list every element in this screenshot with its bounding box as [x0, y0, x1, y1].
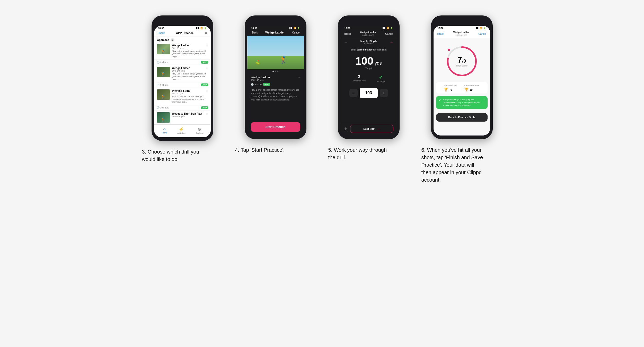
detail-range-4: 100-140 yds [251, 79, 270, 81]
nav-back-6[interactable]: ‹ Back [437, 32, 444, 35]
next-shot-button[interactable]: Next Shot → [350, 125, 393, 133]
drill-name-1: Wedge Ladder [172, 44, 190, 47]
toast-text: 'Wedge Ladder (100-140 yds)' was created… [443, 98, 481, 107]
drill-thumb-2: 🏌️ [157, 67, 170, 77]
trash-icon[interactable]: 🗑 [344, 127, 348, 131]
drill-range-4: 100-140 yds [172, 115, 202, 118]
drill-desc-2: Play 1 shot at each target yardage. If y… [172, 73, 208, 81]
star-icon-2[interactable]: ☆ [206, 67, 208, 70]
score-circle: 7/9 Total Score [445, 45, 479, 78]
phone-screen-5: 13:03 ▋▋ 📶 🔋 ‹ Back Wedge Ladder [340, 26, 397, 136]
nav-activities[interactable]: ⚡ Activities [177, 127, 186, 134]
status-bar-3: 13:02 ▋▋ 📶 🔋 [154, 26, 211, 30]
drill-thumb-1: 🏌️ [157, 44, 170, 54]
time-3: 13:02 [158, 27, 164, 29]
star-icon-detail[interactable]: ☆ [298, 76, 300, 79]
step6-description: 6. When you've hit all your shots, tap '… [421, 146, 483, 184]
star-icon-3[interactable]: ☆ [206, 89, 208, 92]
nav-action-4[interactable]: Cancel [292, 31, 300, 34]
success-toast: ✓ 'Wedge Ladder (100-140 yds)' was creat… [436, 96, 488, 109]
drill-play-screen: ← Shot 1, 100 yds Score 5/9 → Enter carr… [340, 38, 397, 136]
signal-icon-4: ▋▋ [289, 27, 293, 29]
shot-nav: ← Shot 1, 100 yds Score 5/9 → [340, 38, 397, 46]
prev-shot-arrow[interactable]: ← [344, 40, 348, 45]
nav-title-4: Wedge Ladder [265, 31, 285, 34]
nav-bar-5: ‹ Back Wedge Ladder 06 Mar 2023 Cancel [340, 30, 397, 38]
time-5: 13:03 [345, 27, 350, 29]
clock-icon-2: 🕐 [157, 84, 160, 86]
phone-4: 13:02 ▋▋ 📶 🔋 ‹ Back Wedge Ladder Cancel [245, 15, 306, 139]
toast-close-button[interactable]: ✕ [483, 98, 485, 101]
trophy-icon-1: 🏆 [444, 88, 448, 91]
nav-action-6[interactable]: Cancel [478, 32, 486, 35]
section-header-3: Approach 7 [154, 37, 211, 43]
time-4: 13:02 [251, 27, 257, 29]
drill-item-4[interactable]: 🏌️ Wedge & Short Iron Play 100-140 yds ☆ [154, 111, 211, 124]
nav-back-4[interactable]: ‹ Back [251, 31, 258, 34]
nav-action-5[interactable]: Cancel [385, 32, 393, 35]
nav-back-5[interactable]: ‹ Back [344, 32, 351, 35]
clock-icon-1: 🕐 [157, 61, 160, 64]
trophy-icon-2: 🏆 [464, 88, 469, 91]
nav-back-3[interactable]: ‹ Back [158, 32, 165, 35]
carry-instruction: Enter carry distance for each shot [340, 46, 397, 52]
chevron-left-icon-6: ‹ [437, 32, 438, 35]
activities-icon: ⚡ [179, 127, 184, 132]
wifi-icon-6: 📶 [480, 27, 482, 29]
step3-container: 13:02 ▋▋ 📶 🔋 ‹ Back APP Practice ≡ [142, 15, 223, 163]
drill-item-2[interactable]: 🏌️ Wedge Ladder 100-140 yds ☆ Play 1 sho… [154, 65, 211, 88]
phone-screen-4: 13:02 ▋▋ 📶 🔋 ‹ Back Wedge Ladder Cancel [247, 26, 304, 136]
nav-title-3: APP Practice [176, 31, 193, 35]
signal-icon-6: ▋▋ [476, 27, 479, 29]
nav-capture[interactable]: ⊕ Capture [196, 127, 203, 134]
star-icon-1[interactable]: ☆ [206, 44, 208, 47]
nav-home[interactable]: ⌂ Home [162, 127, 167, 134]
score-circle-text: 7/9 Total Score [456, 56, 467, 67]
stats-row: 3 Difference (yds) ✓ Hit Target [340, 72, 397, 85]
back-to-drills-button[interactable]: Back to Practice Drills [436, 113, 488, 122]
detail-card-4: Wedge Ladder 100-140 yds ☆ 🕐 9 shots APP… [247, 73, 304, 120]
stat-difference: 3 Difference (yds) [352, 74, 366, 83]
distance-input[interactable]: 103 [360, 88, 378, 98]
phone-notch-6 [452, 19, 472, 24]
star-icon-4[interactable]: ☆ [206, 112, 208, 115]
drill-item-1[interactable]: 🏌️ Wedge Ladder 50-100 yds ☆ Play 1 shot… [154, 43, 211, 65]
nav-action-3[interactable]: ≡ [205, 31, 207, 35]
golfer-icon-2: 🏌️ [161, 72, 166, 77]
drill-item-3[interactable]: 🏌️ Pitching String 55-100 yds ☆ Hit 1 sh… [154, 88, 211, 111]
phone-6: 13:03 ▋▋ 📶 🔋 ‹ Back Wedge Ladder [431, 15, 493, 139]
drill-hero-4: 🏌️ ⛳ [247, 36, 304, 69]
nav-bar-3: ‹ Back APP Practice ≡ [154, 30, 211, 37]
drill-name-2: Wedge Ladder [172, 67, 190, 70]
drill-range-3: 55-100 yds [172, 92, 190, 95]
start-practice-button[interactable]: Start Practice [251, 122, 300, 132]
increment-button[interactable]: + [380, 89, 388, 97]
next-shot-arrow[interactable]: → [390, 40, 393, 45]
decrement-button[interactable]: − [349, 89, 358, 97]
nav-bar-6: ‹ Back Wedge Ladder 06 Mar 2023 Cancel [434, 30, 490, 38]
target-label: Target [340, 67, 397, 70]
step3-description: 3. Choose which drill you would like to … [142, 148, 204, 163]
drill-desc-1: Play 1 shot at each target yardage. If y… [172, 50, 208, 58]
input-row: − 103 + [340, 85, 397, 101]
status-icons-3: ▋▋ 📶 🔋 [196, 27, 207, 29]
status-bar-5: 13:03 ▋▋ 📶 🔋 [340, 26, 397, 30]
target-display: 100 yds Target [340, 52, 397, 72]
phone-notch-3 [172, 19, 193, 24]
chevron-left-icon-3: ‹ [158, 32, 158, 35]
score-sublabel: Total Score [456, 64, 467, 67]
app-badge-detail: APP [263, 83, 270, 86]
step6-container: 13:03 ▋▋ 📶 🔋 ‹ Back Wedge Ladder [421, 15, 502, 184]
golfer-icon-4: 🏌️ [161, 118, 166, 122]
signal-icon-3: ▋▋ [196, 27, 199, 29]
last-month-pb-item: Last month PB 🏆 -/9 [464, 84, 480, 91]
detail-shots-row: 🕐 9 shots APP [251, 82, 300, 87]
drill-thumb-4: 🏌️ [157, 112, 170, 123]
detail-name-4: Wedge Ladder [251, 76, 270, 79]
phone-notch-5 [358, 19, 379, 24]
home-icon: ⌂ [163, 127, 166, 131]
hero-golfer-icon: 🏌️ [279, 56, 288, 64]
shots-label-1: 🕐 9 shots [157, 61, 168, 64]
capture-icon: ⊕ [198, 127, 201, 132]
battery-icon-5: 🔋 [390, 27, 393, 29]
